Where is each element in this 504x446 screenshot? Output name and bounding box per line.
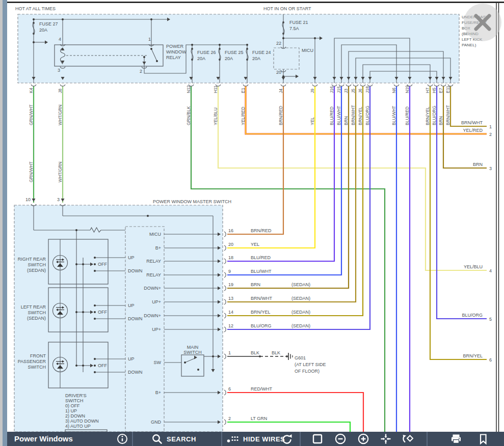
diagram-label: UP: [128, 356, 135, 361]
wire-color-label: BRN/WHT: [445, 105, 450, 125]
wire-color-label: BRN: [251, 282, 260, 287]
diagram-label: WHT/GRN: [58, 161, 63, 182]
pin-name-label: RELAY: [146, 259, 161, 264]
diagram-label: 20A: [197, 56, 205, 61]
info-icon: [116, 433, 128, 445]
wire-color-label: YEL/BLU: [213, 107, 218, 125]
junction-dot: [184, 361, 186, 364]
connector-bump: [224, 354, 226, 359]
wire-j6-brn-yel: [227, 86, 363, 316]
hide-wires-label: HIDE WIRES: [243, 435, 285, 443]
app-window: K4GRN/WHTJ8WHT/GRNN12GRN/BLKH11YEL/BLUE1…: [0, 0, 504, 446]
info-button[interactable]: [116, 433, 128, 445]
bookmark-button[interactable]: [477, 433, 489, 445]
wire-color-label: BRN: [343, 116, 349, 125]
wire-color-label: RED/WHT: [251, 386, 272, 392]
pin-name-label: MICU: [149, 232, 161, 237]
connector-bump: [243, 85, 248, 86]
exit-number-label: 5: [489, 317, 492, 322]
diagram-label: SWITCH: [65, 398, 84, 403]
junction-dot: [314, 37, 316, 39]
toolbar-divider: [221, 432, 222, 446]
diagram-label: OFF: [98, 363, 107, 368]
wire-color-label: YEL/RED: [463, 128, 483, 133]
junction-dot: [246, 44, 248, 46]
junction-dot: [94, 263, 96, 265]
connector-id-label: E7: [438, 88, 443, 93]
junction-dot: [282, 37, 284, 39]
diagram-label: 22: [276, 41, 281, 46]
connector-id-label: J9: [310, 89, 315, 93]
pin-number-label: 19: [228, 282, 233, 287]
diagram-label: WINDOW: [166, 49, 187, 54]
diagram-label: 2: [140, 69, 142, 74]
pin-number-label: 2: [228, 416, 231, 421]
connector-bump: [360, 85, 365, 86]
connector-id-label: K4: [29, 88, 34, 93]
center-view-button[interactable]: [380, 433, 392, 445]
diagram-label: OF FLOOR): [295, 369, 320, 374]
pin-number-label: 16: [228, 228, 233, 233]
wire-e7-brn: [443, 86, 487, 168]
wire-color-label: BRN/WHT: [251, 296, 272, 301]
junction-dot: [62, 18, 64, 20]
connector-bump: [224, 232, 226, 237]
pin-name-label: GND: [151, 420, 162, 425]
wire-color-label: YEL: [251, 242, 259, 247]
pin-number-label: 9: [228, 269, 231, 274]
close-button[interactable]: [464, 4, 501, 41]
junction-dot: [150, 18, 152, 20]
wire-color-label: GRN/WHT: [29, 104, 34, 125]
search-label: SEARCH: [167, 435, 196, 443]
square-icon: [311, 433, 324, 445]
wires-dots-icon: [226, 433, 240, 445]
reset-rotation-button[interactable]: [401, 433, 414, 445]
connector-id-label: J6: [358, 89, 363, 93]
wire-color-label: BLU/ORG: [365, 106, 370, 125]
diagram-label: OFF: [98, 262, 107, 267]
hide-wires-button[interactable]: HIDE WIRES: [226, 433, 285, 445]
junction-dot: [143, 56, 145, 58]
wire-color-label: BLU/RED: [405, 106, 410, 125]
diagram-label: HOT AT ALL TIMES: [15, 6, 56, 11]
diagram-label: 7.5A: [289, 26, 299, 31]
diagram-label: (SEDAN): [27, 268, 46, 273]
zoom-in-icon: [357, 433, 369, 445]
zoom-in-button[interactable]: [357, 433, 369, 445]
diagram-label: 1) UP: [65, 408, 77, 413]
wire-color-label: BRN/RED: [278, 106, 283, 125]
junction-dot: [94, 371, 96, 373]
connector-id-label: J4: [278, 89, 283, 93]
diagram-label: MAIN: [187, 345, 199, 350]
print-button[interactable]: [450, 433, 462, 445]
pin-name-label: UP+: [152, 299, 161, 304]
diagram-label: FUSE 26: [197, 50, 216, 55]
diagram-label: FUSE 24: [252, 50, 271, 55]
diagram-label: G601: [295, 355, 306, 360]
junction-dot: [94, 365, 96, 367]
diagram-label: OFF: [98, 310, 107, 315]
wire-color-label: BLU/WHT: [336, 106, 341, 125]
wire-j4-brn-red: [227, 86, 283, 234]
refresh-icon: [281, 433, 293, 445]
arrowhead: [61, 199, 65, 202]
connector-id-label: H5: [432, 88, 437, 93]
junction-dot: [94, 311, 96, 313]
exit-number-label: 4: [489, 268, 492, 273]
zoom-out-button[interactable]: [334, 433, 347, 445]
diagram-label: FRONT: [30, 353, 46, 358]
connector-bump: [346, 85, 351, 86]
pin-number-label: 1: [228, 350, 231, 355]
connector-id-label: J5: [351, 89, 356, 93]
connector-bump: [224, 245, 226, 250]
diagram-label: LEFT REAR: [21, 304, 46, 310]
wire-color-label: YEL/BLU: [464, 264, 483, 269]
refresh-button[interactable]: [281, 433, 293, 445]
search-button[interactable]: SEARCH: [151, 433, 196, 445]
diagram-label: 3) AUTO DOWN: [65, 419, 99, 424]
junction-dot: [75, 365, 77, 367]
fit-screen-button[interactable]: [311, 433, 324, 445]
wire-color-label: BRN/YEL: [425, 106, 430, 125]
printer-icon: [450, 433, 462, 445]
diagram-title: Power Windows: [14, 432, 73, 446]
